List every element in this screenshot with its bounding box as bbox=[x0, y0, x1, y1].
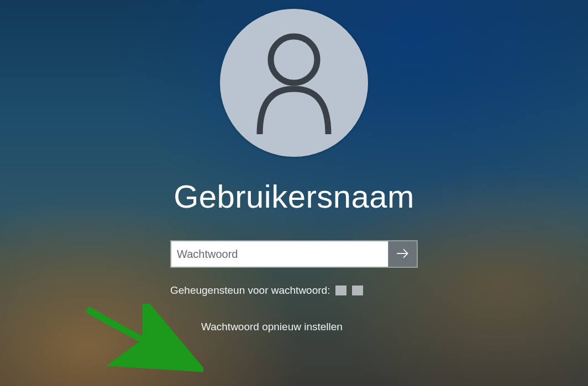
user-avatar bbox=[220, 9, 368, 157]
password-row bbox=[170, 240, 418, 268]
login-panel: Gebruikersnaam Geheugensteun voor wachtw… bbox=[0, 0, 588, 333]
submit-button[interactable] bbox=[388, 241, 417, 267]
username-label: Gebruikersnaam bbox=[174, 178, 414, 215]
password-hint-label: Geheugensteun voor wachtwoord: bbox=[170, 284, 330, 297]
person-icon bbox=[250, 29, 338, 136]
reset-password-link[interactable]: Wachtwoord opnieuw instellen bbox=[170, 321, 418, 333]
password-input[interactable] bbox=[171, 241, 388, 267]
password-hint-value bbox=[335, 285, 363, 295]
password-hint-row: Geheugensteun voor wachtwoord: bbox=[170, 284, 418, 297]
svg-point-0 bbox=[271, 36, 317, 83]
hint-redaction-box bbox=[352, 285, 363, 295]
arrow-right-icon bbox=[396, 246, 410, 262]
hint-redaction-box bbox=[335, 285, 347, 295]
